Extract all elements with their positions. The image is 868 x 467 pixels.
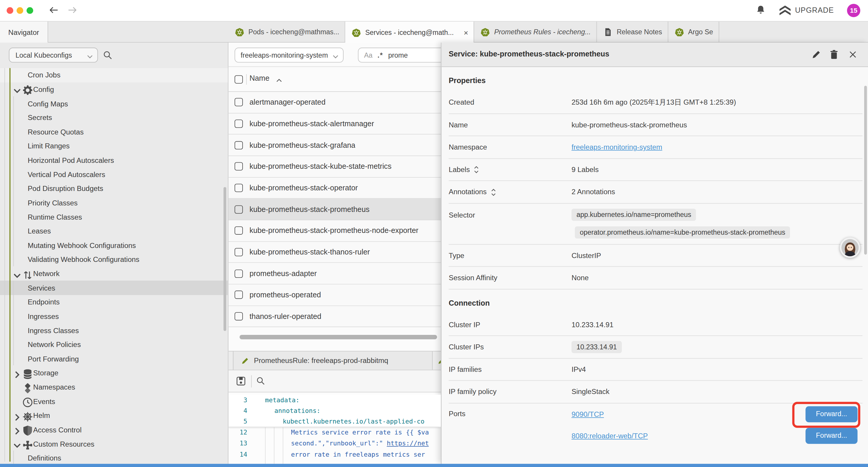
kubeconfig-dropdown[interactable]: Local Kubeconfigs: [9, 48, 98, 63]
app-tab[interactable]: Release Notes: [597, 22, 668, 42]
row-checkbox[interactable]: [235, 119, 243, 128]
notification-count-badge[interactable]: 15: [847, 4, 860, 17]
app-tab[interactable]: Argo Se: [668, 22, 719, 42]
expand-collapse-icon[interactable]: [474, 166, 479, 173]
sidebar-tree-item[interactable]: Services: [0, 281, 228, 295]
expand-collapse-icon[interactable]: [490, 188, 496, 196]
sidebar-search-icon[interactable]: [103, 50, 112, 60]
service-table-row[interactable]: kube-prometheus-stack-prometheus: [228, 199, 441, 220]
tab-close-icon[interactable]: ×: [464, 28, 468, 37]
sidebar-tree-item[interactable]: Access Control: [0, 423, 228, 437]
row-checkbox[interactable]: [235, 141, 243, 149]
sidebar-tree-item[interactable]: Network: [0, 267, 228, 281]
service-table-row[interactable]: prometheus-adapter: [228, 263, 441, 284]
sidebar-tree-item[interactable]: Helm: [0, 408, 228, 423]
back-arrow-icon[interactable]: [49, 6, 59, 15]
sidebar-tree-item[interactable]: Events: [0, 394, 228, 408]
notifications-bell-icon[interactable]: [756, 5, 766, 16]
tree-chevron-icon[interactable]: [12, 427, 22, 433]
sidebar-tree-item[interactable]: Definitions: [0, 451, 228, 464]
row-checkbox[interactable]: [235, 248, 243, 256]
row-checkbox[interactable]: [235, 291, 243, 299]
zoom-window-button[interactable]: [27, 7, 33, 13]
sidebar-tree-item[interactable]: Port Forwarding: [0, 352, 228, 366]
sidebar-tree-item[interactable]: Config Maps: [0, 96, 228, 111]
sidebar-tree-item[interactable]: Horizontal Pod Autoscalers: [0, 153, 228, 167]
app-tab[interactable]: Prometheus Rules - icecheng...: [474, 22, 597, 42]
editor-search-icon[interactable]: [256, 376, 265, 385]
row-checkbox[interactable]: [235, 184, 243, 192]
service-table-row[interactable]: kube-prometheus-stack-grafana: [228, 135, 441, 156]
sidebar-tree-item[interactable]: Resource Quotas: [0, 125, 228, 139]
namespace-dropdown[interactable]: freeleaps-monitoring-system: [235, 48, 344, 63]
sidebar-tree-item[interactable]: Endpoints: [0, 295, 228, 309]
sidebar-tree-item[interactable]: Namespaces: [0, 380, 228, 394]
port-link[interactable]: 8080:reloader-web/TCP: [571, 432, 648, 440]
sidebar-tree-item[interactable]: Validating Webhook Configurations: [0, 253, 228, 267]
filter-input[interactable]: Aa .* prome: [358, 48, 441, 63]
forward-button[interactable]: Forward...: [806, 428, 858, 444]
app-tab[interactable]: Pods - icecheng@mathmas...: [228, 22, 345, 42]
service-table-row[interactable]: kube-prometheus-stack-thanos-ruler: [228, 242, 441, 263]
edit-icon[interactable]: [812, 50, 821, 59]
upgrade-button[interactable]: UPGRADE: [779, 6, 834, 15]
service-table-row[interactable]: alertmanager-operated: [228, 92, 441, 113]
name-column-header[interactable]: Name: [250, 74, 282, 83]
horizontal-scrollbar-thumb[interactable]: [240, 335, 437, 339]
sidebar-tree-item[interactable]: Custom Resources: [0, 437, 228, 451]
sidebar-tree-item[interactable]: Limit Ranges: [0, 139, 228, 153]
match-case-toggle[interactable]: Aa: [364, 51, 373, 59]
sidebar-tree-item[interactable]: Mutating Webhook Configurations: [0, 238, 228, 253]
navigator-panel-tab[interactable]: Navigator: [0, 22, 48, 42]
sidebar-tree-item[interactable]: Priority Classes: [0, 196, 228, 210]
sidebar-tree-item[interactable]: Pod Disruption Budgets: [0, 181, 228, 196]
tree-chevron-icon[interactable]: [12, 441, 22, 447]
service-table-row[interactable]: prometheus-operated: [228, 284, 441, 305]
service-table-row[interactable]: kube-prometheus-stack-alertmanager: [228, 113, 441, 135]
sidebar-tree-item[interactable]: Storage: [0, 366, 228, 380]
regex-toggle[interactable]: .*: [378, 51, 383, 59]
sidebar-tree-item[interactable]: Vertical Pod Autoscalers: [0, 167, 228, 181]
tree-chevron-icon[interactable]: [12, 370, 22, 376]
service-table-row[interactable]: kube-prometheus-stack-operator: [228, 177, 441, 199]
editor-tab[interactable]: PrometheusRule: freeleaps-prod-rabbitmq: [233, 351, 433, 370]
yaml-editor[interactable]: 11 0","for":"1m","labels":{"service":"f …: [228, 392, 441, 464]
editor-tab-partial[interactable]: [433, 351, 441, 370]
runbook-url-link[interactable]: https://net: [387, 439, 429, 447]
row-checkbox[interactable]: [235, 269, 243, 278]
tree-chevron-icon[interactable]: [12, 384, 22, 390]
delete-icon[interactable]: [829, 50, 839, 59]
save-icon[interactable]: [236, 376, 246, 386]
sidebar-tree-item[interactable]: Ingress Classes: [0, 323, 228, 338]
close-icon[interactable]: [848, 50, 858, 59]
service-table-row[interactable]: kube-prometheus-stack-prometheus-node-ex…: [228, 220, 441, 241]
sidebar-tree-item[interactable]: Config: [0, 82, 228, 96]
app-tab[interactable]: Services - icecheng@math... ×: [345, 22, 474, 43]
row-checkbox[interactable]: [235, 312, 243, 320]
service-table-row[interactable]: thanos-ruler-operated: [228, 306, 441, 327]
port-link[interactable]: 9090/TCP: [571, 410, 604, 418]
tree-chevron-icon[interactable]: [12, 412, 22, 419]
select-all-checkbox[interactable]: [235, 76, 243, 84]
row-checkbox[interactable]: [235, 226, 243, 235]
sidebar-scrollbar-thumb[interactable]: [224, 187, 226, 331]
sidebar-tree-item[interactable]: Secrets: [0, 111, 228, 125]
row-checkbox[interactable]: [235, 162, 243, 171]
row-checkbox[interactable]: [235, 98, 243, 107]
user-avatar[interactable]: [840, 237, 860, 258]
tree-chevron-icon[interactable]: [12, 86, 22, 92]
minimize-window-button[interactable]: [17, 7, 23, 13]
service-table-row[interactable]: kube-prometheus-stack-kube-state-metrics: [228, 156, 441, 177]
sidebar-tree-item[interactable]: Runtime Classes: [0, 210, 228, 224]
sidebar-tree-item[interactable]: Leases: [0, 224, 228, 238]
sidebar-tree-item[interactable]: Ingresses: [0, 309, 228, 323]
tree-chevron-icon[interactable]: [12, 270, 22, 277]
tree-chevron-icon[interactable]: [12, 398, 22, 405]
row-checkbox[interactable]: [235, 205, 243, 213]
forward-arrow-icon[interactable]: [67, 6, 78, 15]
sidebar-tree-item[interactable]: Cron Jobs: [0, 68, 228, 82]
sidebar-tree-item[interactable]: Network Policies: [0, 338, 228, 352]
forward-button[interactable]: Forward...: [806, 406, 858, 422]
detail-scrollbar-thumb[interactable]: [864, 86, 867, 255]
close-window-button[interactable]: [6, 7, 13, 13]
